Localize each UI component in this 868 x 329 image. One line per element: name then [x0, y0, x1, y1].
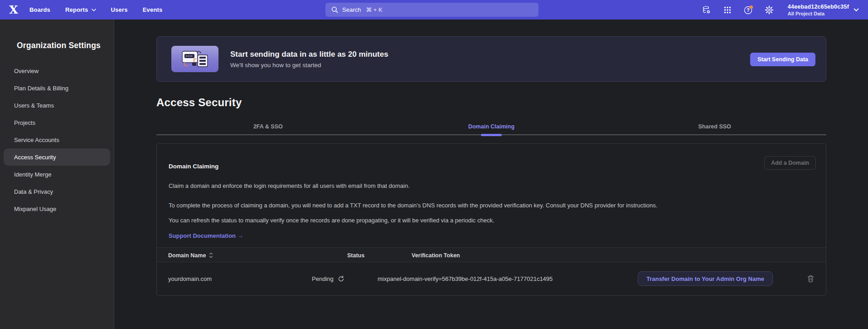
status-value: Pending [312, 275, 334, 282]
nav-item-users[interactable]: Users [111, 6, 128, 13]
support-documentation-link[interactable]: Support Documentation → [169, 232, 243, 239]
onboarding-banner: Start sending data in as little as 20 mi… [156, 36, 826, 82]
column-header-status: Status [347, 248, 364, 263]
status-cell: Pending [312, 262, 344, 295]
card-body: Domain Claiming Claim a domain and enfor… [157, 144, 826, 240]
banner-text: Start sending data in as little as 20 mi… [230, 50, 388, 69]
card-title: Domain Claiming [169, 163, 814, 170]
notification-badge [749, 5, 753, 9]
start-sending-data-button[interactable]: Start Sending Data [750, 53, 815, 66]
mixpanel-logo-icon[interactable]: X [7, 0, 20, 20]
banner-subtitle: We'll show you how to get started [230, 62, 388, 69]
add-domain-button[interactable]: Add a Domain [764, 156, 816, 170]
sidebar-item-projects[interactable]: Projects [4, 114, 110, 131]
nav-item-events[interactable]: Events [143, 6, 163, 13]
account-switcher[interactable]: 44eebad12c65eb0c35f All Project Data [788, 4, 849, 16]
access-security-tabs: 2FA & SSO Domain Claiming Shared SSO [156, 119, 826, 135]
sidebar-item-data-privacy[interactable]: Data & Privacy [4, 183, 110, 200]
settings-gear-icon[interactable] [759, 5, 780, 15]
delete-domain-trash-icon[interactable] [807, 275, 815, 283]
sort-icon[interactable] [209, 252, 213, 258]
card-paragraph: You can refresh the status to manually v… [169, 216, 665, 226]
primary-nav: Boards Reports Users Events [29, 6, 163, 13]
settings-sidebar: Organization Settings Overview Plan Deta… [0, 20, 114, 329]
svg-text:?: ? [747, 7, 749, 13]
account-id: 44eebad12c65eb0c35f [788, 4, 849, 10]
nav-item-reports[interactable]: Reports [65, 6, 96, 13]
sidebar-item-overview[interactable]: Overview [4, 62, 110, 79]
sidebar-item-plan-details-billing[interactable]: Plan Details & Billing [4, 79, 110, 97]
apps-grid-icon[interactable] [717, 6, 738, 14]
column-header-verification-token: Verification Token [412, 248, 460, 263]
sidebar-title: Organization Settings [0, 20, 114, 50]
card-paragraph: To complete the process of claiming a do… [169, 201, 665, 211]
data-management-icon[interactable] [696, 5, 717, 14]
topbar-right-cluster: ? 44eebad12c65eb0c35f All Project Data [696, 0, 868, 20]
search-icon [331, 6, 338, 13]
transfer-domain-button[interactable]: Transfer Domain to Your Admin Org Name [638, 271, 773, 286]
global-search-input[interactable]: Search ⌘ + K [325, 3, 538, 17]
tab-shared-sso[interactable]: Shared SSO [603, 119, 826, 134]
tab-2fa-sso[interactable]: 2FA & SSO [156, 119, 380, 134]
verification-token-cell: mixpanel-domain-verify=567b39be-012f-415… [378, 262, 553, 295]
column-header-domain-name[interactable]: Domain Name [168, 248, 213, 263]
sidebar-item-access-security[interactable]: Access Security [4, 148, 110, 166]
domain-name-cell: yourdomain.com [168, 262, 212, 295]
banner-illustration [171, 46, 218, 72]
sidebar-item-mixpanel-usage[interactable]: Mixpanel Usage [4, 200, 110, 217]
domains-table-header: Domain Name Status Verification Token [157, 247, 826, 262]
domains-table: Domain Name Status Verification Token yo… [157, 247, 826, 295]
search-placeholder: Search [342, 6, 361, 13]
page-title: Access Security [156, 96, 242, 109]
help-icon[interactable]: ? [738, 5, 759, 15]
sidebar-menu: Overview Plan Details & Billing Users & … [0, 62, 114, 217]
account-chevron-down-icon[interactable] [853, 8, 859, 12]
top-navigation-bar: X Boards Reports Users Events Search ⌘ +… [0, 0, 868, 20]
table-row: yourdomain.com Pending mixpanel-domain-v… [157, 262, 826, 295]
account-scope: All Project Data [788, 11, 849, 16]
sidebar-item-users-teams[interactable]: Users & Teams [4, 97, 110, 114]
sidebar-item-identity-merge[interactable]: Identity Merge [4, 166, 110, 183]
search-shortcut: ⌘ + K [366, 6, 383, 13]
nav-item-boards[interactable]: Boards [29, 6, 50, 13]
domain-claiming-card: Add a Domain Domain Claiming Claim a dom… [156, 143, 826, 296]
banner-title: Start sending data in as little as 20 mi… [230, 50, 388, 59]
sidebar-item-service-accounts[interactable]: Service Accounts [4, 131, 110, 148]
chevron-down-icon [92, 9, 96, 11]
tab-domain-claiming[interactable]: Domain Claiming [380, 119, 603, 134]
refresh-status-icon[interactable] [338, 275, 344, 282]
card-paragraph: Claim a domain and enforce the login req… [169, 181, 665, 191]
